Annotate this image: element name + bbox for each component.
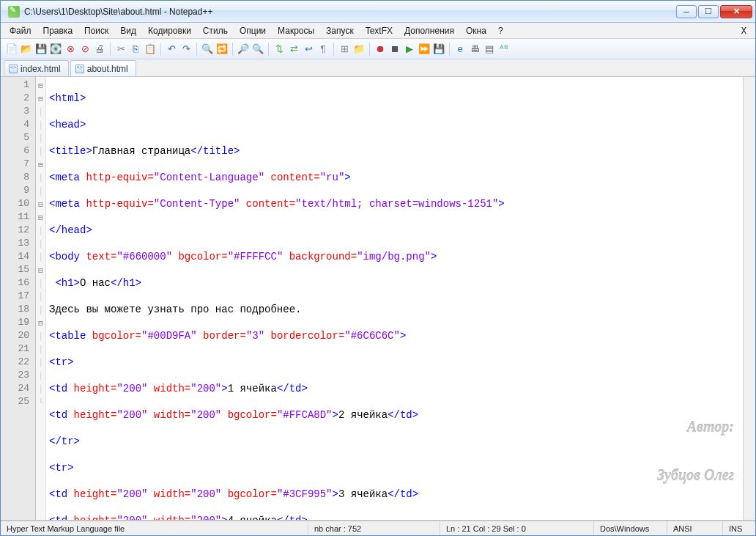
print-now-icon[interactable]: 🖶 xyxy=(468,43,481,56)
ie-icon[interactable]: e xyxy=(453,43,467,56)
status-eol: Dos\Windows xyxy=(594,521,667,535)
status-position: Ln : 21 Col : 29 Sel : 0 xyxy=(440,521,594,535)
toolbar-separator xyxy=(333,43,334,56)
print-icon[interactable]: 🖨 xyxy=(93,43,106,56)
document-tabs: index.html about.html xyxy=(1,59,755,77)
tab-label: about.html xyxy=(87,64,128,74)
play-multi-icon[interactable]: ⏩ xyxy=(418,43,431,56)
record-macro-icon[interactable]: ⏺ xyxy=(374,43,387,56)
html-file-icon xyxy=(9,65,18,73)
save-icon[interactable]: 💾 xyxy=(34,43,48,56)
menu-macros[interactable]: Макросы xyxy=(272,24,320,37)
app-icon xyxy=(8,6,20,18)
line-number-gutter: 1234567891011121314151617181920212223242… xyxy=(1,77,36,520)
toolbar-separator xyxy=(160,43,161,56)
app-window: C:\Users\1\Desktop\Site\about.html - Not… xyxy=(0,0,756,536)
zoom-in-icon[interactable]: 🔎 xyxy=(237,43,250,56)
sync-v-icon[interactable]: ⇅ xyxy=(273,43,286,56)
status-chars: nb char : 752 xyxy=(308,521,440,535)
maximize-button[interactable]: ☐ xyxy=(698,5,719,18)
toolbar-separator xyxy=(268,43,269,56)
window-controls: ─ ☐ ✕ xyxy=(676,5,752,18)
save-macro-icon[interactable]: 💾 xyxy=(432,43,445,56)
new-file-icon[interactable]: 📄 xyxy=(5,43,18,56)
close-doc-icon[interactable]: ⊗ xyxy=(64,43,77,56)
redo-icon[interactable]: ↷ xyxy=(179,43,193,56)
tab-label: index.html xyxy=(21,64,61,74)
play-macro-icon[interactable]: ▶ xyxy=(403,43,416,56)
toolbar-separator xyxy=(110,43,111,56)
replace-icon[interactable]: 🔁 xyxy=(215,43,229,56)
cut-icon[interactable]: ✂ xyxy=(114,43,127,56)
menu-textfx[interactable]: TextFX xyxy=(360,24,399,37)
copy-icon[interactable]: ⎘ xyxy=(129,43,142,56)
invisible-icon[interactable]: ¶ xyxy=(316,43,330,56)
toolbar-separator xyxy=(449,43,450,56)
menu-view[interactable]: Вид xyxy=(114,24,142,37)
titlebar[interactable]: C:\Users\1\Desktop\Site\about.html - Not… xyxy=(1,1,755,23)
paste-icon[interactable]: 📋 xyxy=(144,43,157,56)
tab-index-html[interactable]: index.html xyxy=(4,60,69,76)
close-button[interactable]: ✕ xyxy=(720,5,752,18)
window-title: C:\Users\1\Desktop\Site\about.html - Not… xyxy=(24,7,676,17)
show-all-icon[interactable]: ▤ xyxy=(483,43,496,56)
folder-tree-icon[interactable]: 📁 xyxy=(352,43,366,56)
indent-guide-icon[interactable]: ⊞ xyxy=(338,43,351,56)
menu-window[interactable]: Окна xyxy=(460,24,492,37)
status-mode: INS xyxy=(723,521,755,535)
menu-plugins[interactable]: Дополнения xyxy=(399,24,460,37)
zoom-out-icon[interactable]: 🔍 xyxy=(251,43,264,56)
code-area[interactable]: <html> <head> <title>Главная страница</t… xyxy=(46,77,743,520)
open-file-icon[interactable]: 📂 xyxy=(20,43,33,56)
statusbar: Hyper Text Markup Language file nb char … xyxy=(1,521,755,535)
menu-run[interactable]: Запуск xyxy=(320,24,360,37)
fold-column[interactable] xyxy=(36,77,46,520)
menu-help[interactable]: ? xyxy=(492,24,509,37)
sync-h-icon[interactable]: ⇄ xyxy=(287,43,300,56)
menu-search[interactable]: Поиск xyxy=(78,24,114,37)
status-encoding: ANSI xyxy=(667,521,723,535)
toolbar-separator xyxy=(196,43,197,56)
wrap-icon[interactable]: ↩ xyxy=(302,43,315,56)
menu-edit[interactable]: Правка xyxy=(37,24,79,37)
vertical-scrollbar[interactable] xyxy=(743,77,755,520)
menu-file[interactable]: Файл xyxy=(4,24,37,37)
undo-icon[interactable]: ↶ xyxy=(165,43,178,56)
save-all-icon[interactable]: 💽 xyxy=(49,43,62,56)
close-all-icon[interactable]: ⊘ xyxy=(78,43,92,56)
stop-macro-icon[interactable]: ⏹ xyxy=(388,43,401,56)
tab-about-html[interactable]: about.html xyxy=(70,60,136,76)
minimize-button[interactable]: ─ xyxy=(676,5,697,18)
menu-style[interactable]: Стиль xyxy=(197,24,234,37)
menubar-close-doc[interactable]: X xyxy=(735,24,752,37)
watermark: Автор: Зубцов Олег xyxy=(657,386,734,515)
html-file-icon xyxy=(75,65,84,73)
toolbar-separator xyxy=(369,43,370,56)
find-icon[interactable]: 🔍 xyxy=(201,43,214,56)
menubar: Файл Правка Поиск Вид Кодировки Стиль Оп… xyxy=(1,23,755,39)
spellcheck-icon[interactable]: ᴬᴮ xyxy=(497,43,511,56)
menu-options[interactable]: Опции xyxy=(234,24,272,37)
status-filetype: Hyper Text Markup Language file xyxy=(1,521,308,535)
menu-encoding[interactable]: Кодировки xyxy=(142,24,197,37)
editor: 1234567891011121314151617181920212223242… xyxy=(1,77,755,521)
toolbar-separator xyxy=(232,43,233,56)
toolbar: 📄 📂 💾 💽 ⊗ ⊘ 🖨 ✂ ⎘ 📋 ↶ ↷ 🔍 🔁 🔎 🔍 ⇅ ⇄ ↩ ¶ … xyxy=(1,39,755,59)
